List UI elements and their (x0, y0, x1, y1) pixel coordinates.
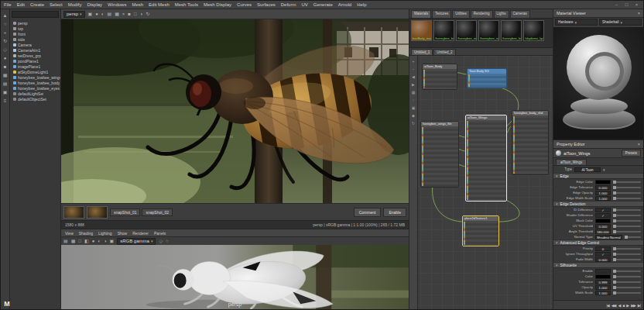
attribute-slider[interactable] (613, 187, 641, 188)
attribute-value-field[interactable]: 1.000 (595, 285, 611, 290)
selected-shader-node[interactable]: aiToon_Wings (465, 115, 507, 202)
attribute-value-field[interactable]: 0.000 (595, 185, 611, 190)
outliner-item[interactable]: persp (10, 20, 60, 26)
tool-icon[interactable]: ● (4, 56, 7, 60)
attribute-slider[interactable] (613, 270, 641, 272)
tool-icon[interactable]: ◇ (3, 47, 7, 52)
outliner-item[interactable]: pondPlane1 (10, 58, 60, 64)
menu-item[interactable]: Mesh (132, 2, 143, 7)
attribute-slider[interactable] (613, 209, 641, 211)
window-button-icon[interactable]: × (633, 2, 640, 7)
viewport-menu-item[interactable]: View (65, 231, 74, 236)
tool-icon[interactable]: ≡ (4, 98, 7, 103)
attribute-value-field[interactable]: ✓ (595, 213, 611, 218)
outliner-item[interactable]: top (10, 26, 60, 31)
tool-icon[interactable]: ■ (4, 64, 7, 69)
outliner-item[interactable]: honeybee_lowbee_eyes (10, 85, 60, 91)
attribute-slider[interactable] (613, 231, 641, 232)
viewport-canvas[interactable]: persp (61, 245, 409, 309)
outliner-search-input[interactable] (12, 11, 59, 18)
tool-icon[interactable]: ▦ (3, 73, 8, 78)
menu-item[interactable]: Edit (17, 2, 25, 7)
menu-item[interactable]: Curves (237, 2, 252, 7)
attribute-value-field[interactable]: 0.999 (595, 280, 611, 284)
attribute-value-field[interactable]: 0.000 (595, 257, 611, 262)
node-editor-tool-icon[interactable]: ↻ (412, 121, 415, 126)
window-button-icon[interactable]: □ (623, 2, 630, 7)
tool-icon[interactable]: ↻ (3, 39, 7, 43)
viewport-color-combo[interactable]: sRGB gamma ▾ (117, 238, 156, 245)
attribute-value-field[interactable]: 1.000 (595, 291, 611, 295)
menu-item[interactable]: Select (50, 2, 63, 7)
playback-control-icon[interactable]: ■ (622, 303, 624, 308)
playback-control-icon[interactable]: ▶| (638, 303, 640, 308)
hypershade-tab[interactable]: Lights (494, 10, 509, 18)
attribute-slider[interactable] (613, 192, 641, 194)
remove-image-icon[interactable]: × (122, 12, 125, 16)
shader-node[interactable]: honeybee_body_shd (512, 110, 549, 175)
outliner-item[interactable]: front (10, 31, 60, 36)
menu-item[interactable]: Generate (313, 2, 333, 7)
node-editor-tool-icon[interactable]: ◆ (412, 113, 415, 118)
tool-icon[interactable]: ○ (4, 22, 7, 26)
node-graph-tab[interactable]: Untitled_1 (411, 49, 433, 55)
material-swatch[interactable]: /skydome_lgt (523, 20, 544, 41)
attribute-slider[interactable] (613, 292, 641, 294)
ssao-icon[interactable]: ◑ (104, 239, 107, 243)
attribute-value-field[interactable] (595, 269, 611, 274)
tool-icon[interactable]: ▲ (3, 13, 8, 18)
snapshot-thumbnail[interactable] (87, 206, 108, 219)
snapshot-tab[interactable]: snapShot_02 (142, 208, 172, 216)
close-icon[interactable]: × (638, 11, 640, 16)
node-editor-tool-icon[interactable]: + (413, 59, 415, 64)
attribute-value-field[interactable]: 1.000 (595, 196, 611, 201)
material-swatch[interactable]: /honeybee_win (456, 20, 477, 41)
place2d-texture-node[interactable]: place2dTexture1 (462, 215, 499, 246)
node-editor-tool-icon[interactable]: ▣ (412, 105, 416, 110)
xray-icon[interactable]: ◇ (159, 239, 163, 243)
menu-item[interactable]: File (4, 2, 12, 7)
isolate-select-icon[interactable]: ○ (166, 239, 169, 243)
attribute-slider[interactable] (613, 220, 641, 222)
material-swatch[interactable]: /honeybee_leg (501, 20, 522, 41)
viewport-menu-item[interactable]: Panels (154, 231, 166, 236)
attribute-slider[interactable] (613, 287, 641, 288)
shading-group-node[interactable]: Toon Body SG (467, 68, 507, 88)
attribute-value-field[interactable]: ✓ (595, 252, 611, 257)
attribute-value-field[interactable] (595, 180, 611, 184)
attribute-slider[interactable] (613, 276, 641, 277)
outliner-item[interactable]: CameraAim1 (10, 47, 60, 53)
close-icon[interactable]: × (638, 142, 640, 146)
grid-icon[interactable]: ▦ (71, 239, 76, 243)
viewport-menu-item[interactable]: Shading (79, 231, 93, 236)
render-camera-combo[interactable]: persp ▾ (63, 11, 85, 18)
attribute-value-field[interactable]: Shading Normal (595, 235, 622, 239)
type-value-combo[interactable]: AI Toon (574, 167, 601, 172)
exposure-icon[interactable]: ◑ (140, 12, 143, 16)
viewport-menu-item[interactable]: Lighting (98, 231, 112, 236)
ipr-render-icon[interactable]: ● (95, 12, 98, 16)
node-editor-tool-icon[interactable]: ◀ (412, 74, 415, 79)
material-swatch[interactable]: /honeybee_bod (433, 20, 454, 41)
section-header-silhouette[interactable]: ▾ Silhouette (553, 262, 643, 268)
menu-item[interactable]: Windows (108, 2, 126, 7)
menu-item[interactable]: UV (301, 2, 307, 7)
attribute-value-field[interactable]: 0.000 (595, 224, 611, 229)
attribute-value-field[interactable]: ✓ (595, 208, 611, 212)
attribute-slider[interactable] (625, 236, 641, 238)
snapshot-icon[interactable]: ◐ (101, 12, 104, 16)
playback-control-icon[interactable]: |◀ (607, 303, 609, 308)
material-swatch[interactable]: /honeybee_eye (478, 20, 499, 41)
material-swatch[interactable]: beeBody_mat (411, 20, 432, 41)
attribute-slider[interactable] (613, 181, 641, 183)
render-icon[interactable]: ▣ (88, 12, 93, 16)
outliner-item[interactable]: imagePlane1 (10, 64, 60, 69)
outliner-item[interactable]: aiSkyDomeLight1 (10, 69, 60, 74)
menu-item[interactable]: Deform (281, 2, 296, 7)
section-header-advanced-edge[interactable]: ▾ Advanced Edge Control (553, 239, 643, 246)
outliner-item[interactable]: setDress_grp (10, 53, 60, 58)
snapshot-tab[interactable]: snapShot_01 (110, 208, 140, 216)
hypershade-tab[interactable]: Rendering (471, 10, 493, 18)
hypershade-tab[interactable]: Cameras (510, 10, 530, 18)
attribute-value-field[interactable]: 1.000 (595, 191, 611, 195)
